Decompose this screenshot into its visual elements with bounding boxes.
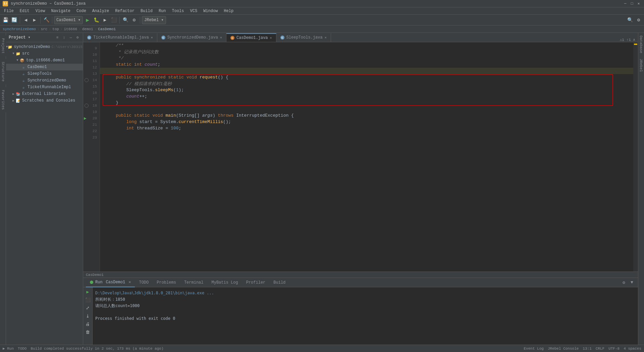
menu-analyze[interactable]: Analyze xyxy=(90,8,112,14)
breadcrumb-part-1[interactable]: synchronizeDemo xyxy=(3,27,36,31)
run-btn[interactable]: ▶ xyxy=(84,16,92,24)
toolbar-save-btn[interactable]: 💾 xyxy=(1,16,9,24)
run-output-time: 所耗时长：1850 xyxy=(95,296,635,303)
tab-close-ticket[interactable]: ✕ xyxy=(151,36,153,40)
jrebel-console-btn[interactable]: JRebel Console xyxy=(548,347,579,351)
clear-output-btn[interactable]: 🗑 xyxy=(85,329,91,336)
database-tab-label[interactable]: Database xyxy=(638,33,644,56)
project-tab[interactable]: Project xyxy=(0,36,6,56)
event-log-btn[interactable]: Event Log xyxy=(524,347,544,351)
tab-close-sleep[interactable]: ✕ xyxy=(325,36,327,40)
maximize-button[interactable]: □ xyxy=(629,1,635,6)
restore-layout-btn[interactable]: ⤢ xyxy=(85,305,91,311)
menu-view[interactable]: View xyxy=(33,8,48,14)
run-with-coverage-btn[interactable]: ▶ xyxy=(101,16,109,24)
run-tab-close[interactable]: ✕ xyxy=(128,280,131,285)
stop-run-btn[interactable]: ⬛ xyxy=(85,297,91,303)
code-line-17: count++; xyxy=(100,93,633,100)
tree-label-sleeptools: SleepTools xyxy=(28,71,52,76)
tab-label-sync: SynchronizedDemo.java xyxy=(167,35,218,40)
tab-close-sync[interactable]: ✕ xyxy=(220,36,222,40)
tree-item-synchroinzeddemo[interactable]: ☕ SynchronizedDemo xyxy=(6,77,83,84)
code-line-16: SleepTools.sleepMs(1); xyxy=(100,87,633,93)
tab-problems[interactable]: Problems xyxy=(153,278,180,287)
menu-help[interactable]: Help xyxy=(221,8,236,14)
tree-item-src[interactable]: ▼ 📁 src xyxy=(6,50,83,57)
file-breadcrumb-label: CasDemo1 xyxy=(86,273,104,277)
breadcrumb-part-6[interactable]: CasDemo1 xyxy=(98,27,116,31)
rerun-btn[interactable]: ▶ xyxy=(85,289,91,295)
menu-run[interactable]: Run xyxy=(156,8,169,14)
status-todo[interactable]: TODO xyxy=(18,347,26,351)
menu-tools[interactable]: Tools xyxy=(169,8,187,14)
toolbar-sep-4 xyxy=(119,17,120,23)
print-btn[interactable]: 🖨 xyxy=(85,321,91,328)
breadcrumb-part-4[interactable]: it6666 xyxy=(64,27,77,31)
tab-terminal[interactable]: Terminal xyxy=(180,278,208,287)
menu-edit[interactable]: Edit xyxy=(17,8,32,14)
sidebar-icon-gear[interactable]: ⚙ xyxy=(75,35,80,40)
tab-todo[interactable]: TODO xyxy=(135,278,153,287)
code-content[interactable]: /** * 记录用户访问次数 */ static int count; xyxy=(100,42,633,272)
menu-code[interactable]: Code xyxy=(74,8,89,14)
status-encoding[interactable]: UTF-8 xyxy=(608,347,620,351)
tab-close-cas[interactable]: ✕ xyxy=(270,36,272,40)
menu-file[interactable]: File xyxy=(1,8,16,14)
status-line-ending[interactable]: CRLF xyxy=(596,347,604,351)
menu-build[interactable]: Build xyxy=(138,8,155,14)
config-dropdown[interactable]: CasDemo1 ▾ xyxy=(54,16,83,24)
toolbar-forward-btn[interactable]: ▶ xyxy=(31,16,39,24)
tree-item-sleeptools[interactable]: ☕ SleepTools xyxy=(6,70,83,77)
favorites-tab-label[interactable]: Favorites xyxy=(0,87,6,112)
java-icon-synchroinzeddemo: ☕ xyxy=(21,78,26,83)
code-line-12: static int count; xyxy=(100,61,633,68)
sidebar-icon-2[interactable]: ↕ xyxy=(61,35,67,40)
tree-item-ticket[interactable]: ☕ TicketRunnableImpl xyxy=(6,84,83,91)
tab-mybatis[interactable]: MyBatis Log xyxy=(207,278,242,287)
scroll-end-btn[interactable]: ⤓ xyxy=(85,313,91,319)
tab-casdemo1[interactable]: C CasDemo1.java ✕ xyxy=(226,33,276,42)
toolbar-sync-btn[interactable]: 🔄 xyxy=(10,16,18,24)
status-position[interactable]: 13:1 xyxy=(583,347,591,351)
tab-build[interactable]: Build xyxy=(269,278,289,287)
tree-root-path: C:\Users\30315\Dow xyxy=(51,45,83,49)
tree-item-casdemo1[interactable]: ☕ CasDemo1 xyxy=(6,64,83,70)
breadcrumb: synchronizeDemo › src › top › it6666 › d… xyxy=(0,25,644,33)
sidebar-icon-3[interactable]: ↔ xyxy=(68,35,73,40)
structure-tab-label[interactable]: Structure xyxy=(0,59,6,84)
status-indent[interactable]: 4 spaces xyxy=(624,347,641,351)
toolbar-build-btn[interactable]: 🔨 xyxy=(42,16,50,24)
tree-item-root[interactable]: ▼ 📁 synchronizeDemo C:\Users\30315\Dow xyxy=(6,44,83,50)
stop-btn[interactable]: ⬛ xyxy=(110,16,118,24)
jrebel-dropdown[interactable]: JRebel ▾ xyxy=(142,16,166,24)
debug-btn[interactable]: 🐛 xyxy=(92,16,100,24)
tab-profiler[interactable]: Profiler xyxy=(242,278,270,287)
breadcrumb-part-5[interactable]: demo1 xyxy=(82,27,93,31)
tree-item-package[interactable]: ▼ 📦 top.it6666.demo1 xyxy=(6,57,83,64)
menu-refactor[interactable]: Refactor xyxy=(112,8,137,14)
tree-item-external[interactable]: ▶ 📚 External Libraries xyxy=(6,91,83,97)
breadcrumb-part-3[interactable]: top xyxy=(52,27,59,31)
settings-btn[interactable]: ⚙ xyxy=(635,16,643,24)
status-run-btn[interactable]: ▶ Run xyxy=(3,346,14,351)
tab-synchronizeddemo[interactable]: C SynchronizedDemo.java ✕ xyxy=(157,33,226,42)
tab-sleeptools[interactable]: C SleepTools.java ✕ xyxy=(276,33,331,42)
breadcrumb-part-2[interactable]: src xyxy=(41,27,48,31)
bottom-hide-icon[interactable]: ▼ xyxy=(629,279,635,286)
menu-window[interactable]: Window xyxy=(201,8,220,14)
menu-vcs[interactable]: VCS xyxy=(187,8,200,14)
tab-run[interactable]: Run CasDemo1 ✕ xyxy=(86,278,135,287)
toolbar-back-btn[interactable]: ◀ xyxy=(22,16,30,24)
toolbar-search-btn[interactable]: 🔍 xyxy=(121,16,129,24)
bookmark-icon-14 xyxy=(85,78,89,82)
close-button[interactable]: ✕ xyxy=(636,1,641,6)
bottom-settings-icon[interactable]: ⚙ xyxy=(621,279,627,286)
sidebar-icon-1[interactable]: ≡ xyxy=(55,35,60,40)
jrebel-tab-label[interactable]: JRebel xyxy=(638,56,644,75)
menu-navigate[interactable]: Navigate xyxy=(48,8,73,14)
toolbar-more-btn[interactable]: ⚙ xyxy=(130,16,138,24)
tree-item-scratches[interactable]: ▶ 📝 Scratches and Consoles xyxy=(6,97,83,104)
tab-ticketrunnableimpl[interactable]: C TicketRunnableImpl.java ✕ xyxy=(83,33,157,42)
search-everywhere-btn[interactable]: 🔍 xyxy=(626,16,634,24)
minimize-button[interactable]: ─ xyxy=(623,1,628,6)
